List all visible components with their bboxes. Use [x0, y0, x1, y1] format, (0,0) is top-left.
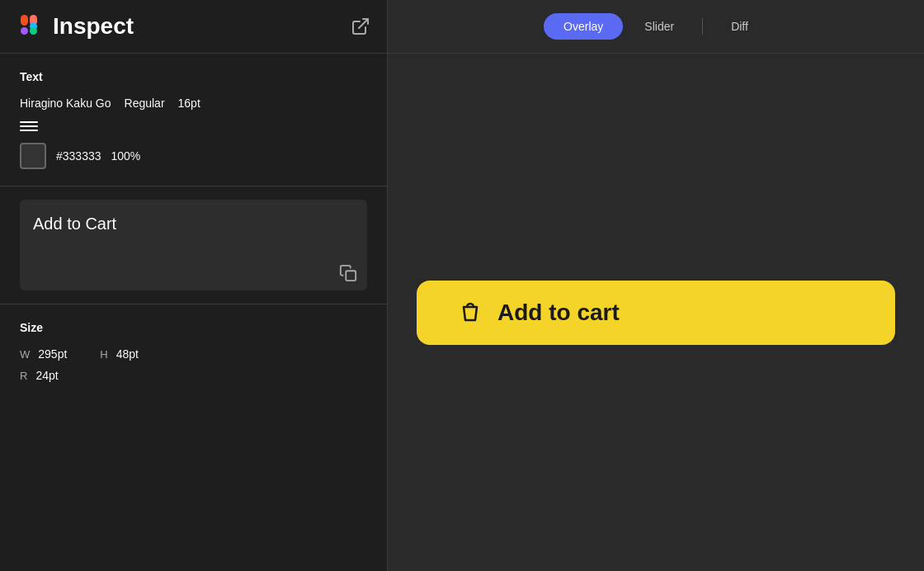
text-section-title: Text	[20, 70, 367, 83]
external-link-icon[interactable]	[351, 17, 370, 36]
text-align-icon	[20, 121, 367, 131]
copy-icon[interactable]	[339, 264, 357, 282]
align-line-1	[20, 121, 38, 123]
size-section-title: Size	[20, 321, 367, 334]
svg-rect-6	[346, 271, 356, 281]
compare-tabs-header: Overlay Slider Diff	[388, 0, 924, 54]
text-section: Text Hiragino Kaku Go Regular 16pt #3333…	[0, 54, 387, 186]
svg-rect-4	[30, 27, 37, 35]
panel-header: Inspect	[0, 0, 387, 54]
figma-logo-icon	[16, 13, 43, 40]
height-label: H	[100, 348, 107, 361]
tab-diff[interactable]: Diff	[711, 13, 768, 40]
radius-item: R 24pt	[20, 369, 59, 382]
shopping-bag-icon	[456, 299, 484, 327]
radius-label: R	[20, 370, 27, 382]
tab-divider	[702, 18, 703, 35]
svg-rect-0	[21, 15, 28, 26]
radius-value: 24pt	[35, 369, 58, 382]
size-wh-row: W 295pt H 48pt	[20, 347, 367, 361]
color-row: #333333 100%	[20, 143, 367, 169]
height-value: 48pt	[116, 347, 139, 361]
color-opacity-value: 100%	[111, 149, 141, 163]
height-item: H 48pt	[100, 347, 139, 361]
add-to-cart-button[interactable]: Add to cart	[417, 281, 895, 345]
preview-section: Add to Cart	[0, 186, 387, 304]
svg-line-5	[359, 19, 368, 28]
font-properties-row: Hiragino Kaku Go Regular 16pt	[20, 97, 367, 110]
align-line-2	[20, 125, 38, 127]
preview-content-area: Add to cart	[388, 54, 924, 571]
width-value: 295pt	[38, 347, 67, 361]
font-size: 16pt	[178, 97, 200, 110]
cart-button-label: Add to cart	[497, 300, 620, 326]
font-style: Regular	[125, 97, 165, 110]
align-line-3	[20, 130, 38, 131]
tab-slider[interactable]: Slider	[625, 13, 694, 40]
width-label: W	[20, 348, 30, 361]
font-name: Hiragino Kaku Go	[20, 97, 111, 110]
size-radius-row: R 24pt	[20, 369, 367, 382]
preview-box: Add to Cart	[20, 200, 367, 290]
tab-overlay[interactable]: Overlay	[544, 13, 623, 40]
size-section: Size W 295pt H 48pt R 24pt	[0, 304, 387, 407]
left-panel: Inspect Text Hiragino Kaku Go Regular 16…	[0, 0, 388, 571]
preview-text: Add to Cart	[33, 215, 116, 233]
page-title: Inspect	[53, 13, 341, 40]
color-hex-value: #333333	[56, 149, 101, 163]
tab-group: Overlay Slider Diff	[544, 13, 768, 40]
color-swatch[interactable]	[20, 143, 46, 169]
width-item: W 295pt	[20, 347, 67, 361]
right-panel: Overlay Slider Diff Add to cart	[388, 0, 924, 571]
svg-rect-1	[21, 27, 28, 35]
